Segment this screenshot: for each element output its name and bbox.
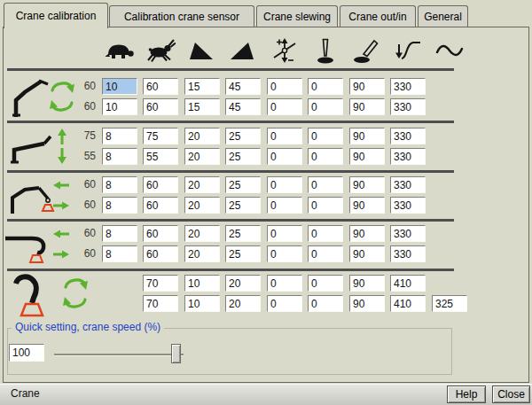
- param-input-g5-r2-c6[interactable]: [308, 295, 343, 312]
- param-input-g2-r2-c3[interactable]: [184, 148, 220, 165]
- param-input-g1-r2-c8[interactable]: [390, 98, 426, 115]
- ramp-left-icon: [187, 37, 217, 64]
- param-input-g2-r1-c3[interactable]: [184, 128, 220, 144]
- param-input-g1-r1-c6[interactable]: [308, 78, 343, 95]
- param-input-g4-r2-c1[interactable]: [102, 245, 137, 262]
- param-input-g5-r1-c5[interactable]: [267, 275, 302, 292]
- param-input-g2-r2-c1[interactable]: [102, 148, 137, 165]
- fixed-value: 60: [71, 98, 96, 115]
- param-input-g3-r2-c8[interactable]: [390, 197, 426, 214]
- param-input-g4-r1-c4[interactable]: [225, 225, 261, 242]
- param-input-g1-r2-c1[interactable]: [102, 98, 137, 115]
- crane-speed-slider-track[interactable]: [54, 354, 184, 356]
- fixed-value: 60: [71, 245, 96, 262]
- param-input-g1-r1-c8[interactable]: [390, 78, 426, 95]
- close-button[interactable]: Close: [492, 386, 530, 403]
- param-input-g3-r2-c1[interactable]: [102, 197, 137, 214]
- param-input-g5-r2-c9[interactable]: [432, 295, 467, 312]
- param-input-g5-r1-c4[interactable]: [225, 275, 261, 292]
- param-input-g4-r1-c7[interactable]: [349, 225, 385, 242]
- param-input-g3-r2-c7[interactable]: [349, 197, 385, 214]
- param-input-g5-r2-c4[interactable]: [225, 295, 261, 312]
- param-input-g3-r1-c3[interactable]: [184, 176, 220, 193]
- param-input-g1-r2-c3[interactable]: [184, 98, 220, 115]
- param-input-g4-r1-c5[interactable]: [267, 225, 302, 242]
- param-input-g5-r2-c2[interactable]: [143, 295, 178, 312]
- param-input-g4-r2-c6[interactable]: [308, 245, 343, 262]
- param-input-g4-r2-c2[interactable]: [143, 245, 178, 262]
- tab-crane-slewing[interactable]: Crane slewing: [256, 5, 338, 27]
- param-input-g1-r2-c5[interactable]: [267, 98, 302, 115]
- param-input-g4-r2-c4[interactable]: [225, 245, 261, 262]
- param-input-g5-r2-c7[interactable]: [349, 295, 385, 312]
- param-input-g4-r1-c1[interactable]: [102, 225, 137, 242]
- param-input-g2-r1-c7[interactable]: [349, 128, 385, 144]
- param-input-g2-r2-c8[interactable]: [390, 148, 426, 165]
- param-input-g2-r1-c4[interactable]: [225, 128, 261, 144]
- fixed-value: 75: [71, 128, 96, 144]
- param-input-g4-r1-c6[interactable]: [308, 225, 343, 242]
- param-input-g4-r2-c7[interactable]: [349, 245, 385, 262]
- crane-speed-slider-thumb[interactable]: [171, 344, 181, 363]
- param-input-g3-r1-c8[interactable]: [390, 176, 426, 193]
- param-input-g3-r2-c5[interactable]: [267, 197, 302, 214]
- param-input-g5-r1-c6[interactable]: [308, 275, 343, 292]
- param-input-g2-r2-c5[interactable]: [267, 148, 302, 165]
- param-input-g2-r1-c5[interactable]: [267, 128, 302, 144]
- param-input-g2-r2-c7[interactable]: [349, 148, 385, 165]
- help-button[interactable]: Help: [447, 386, 486, 403]
- param-input-g3-r2-c3[interactable]: [184, 197, 220, 214]
- param-input-g4-r2-c5[interactable]: [267, 245, 302, 262]
- arrow-left-icon: [51, 229, 71, 239]
- param-input-g4-r2-c8[interactable]: [390, 245, 426, 262]
- param-input-g3-r2-c4[interactable]: [225, 197, 261, 214]
- param-input-g5-r1-c7[interactable]: [349, 275, 385, 292]
- crane-speed-input[interactable]: [9, 344, 44, 362]
- param-input-g1-r1-c7[interactable]: [349, 78, 385, 95]
- param-input-g1-r1-c4[interactable]: [225, 78, 261, 95]
- param-input-g5-r2-c8[interactable]: [390, 295, 426, 312]
- separator: [7, 219, 454, 222]
- tab-crane-out-in[interactable]: Crane out/in: [340, 5, 416, 27]
- tab-crane-calibration[interactable]: Crane calibration: [4, 3, 108, 28]
- param-input-g3-r2-c2[interactable]: [143, 197, 178, 214]
- param-input-g5-r1-c8[interactable]: [390, 275, 426, 292]
- param-input-g3-r1-c4[interactable]: [225, 176, 261, 193]
- param-input-g2-r2-c4[interactable]: [225, 148, 261, 165]
- tab-calibration-crane-sensor[interactable]: Calibration crane sensor: [109, 5, 254, 27]
- quick-setting-groupbox: [7, 328, 452, 375]
- param-input-g5-r1-c2[interactable]: [143, 275, 178, 292]
- param-input-g2-r1-c1[interactable]: [102, 128, 137, 144]
- param-input-g4-r1-c2[interactable]: [143, 225, 178, 242]
- param-input-g1-r1-c5[interactable]: [267, 78, 302, 95]
- arrow-up-icon: [55, 128, 69, 145]
- param-input-g2-r1-c6[interactable]: [308, 128, 343, 144]
- separator: [7, 68, 454, 71]
- param-input-g5-r1-c3[interactable]: [184, 275, 220, 292]
- param-input-g2-r1-c2[interactable]: [143, 128, 178, 144]
- param-input-g5-r2-c5[interactable]: [267, 295, 302, 312]
- rotate-arrows-icon: [62, 275, 89, 312]
- param-input-g1-r1-c3[interactable]: [184, 78, 220, 95]
- param-input-g5-r2-c3[interactable]: [184, 295, 220, 312]
- param-input-g1-r2-c4[interactable]: [225, 98, 261, 115]
- param-input-g1-r2-c7[interactable]: [349, 98, 385, 115]
- param-input-g3-r1-c2[interactable]: [143, 176, 178, 193]
- tab-general[interactable]: General: [418, 5, 468, 27]
- param-input-g3-r1-c7[interactable]: [349, 176, 385, 193]
- param-input-g1-r2-c2[interactable]: [143, 98, 178, 115]
- param-input-g2-r1-c8[interactable]: [390, 128, 426, 144]
- param-input-g4-r1-c8[interactable]: [390, 225, 426, 242]
- param-input-g3-r2-c6[interactable]: [308, 197, 343, 214]
- separator: [7, 121, 454, 123]
- param-input-g1-r2-c6[interactable]: [308, 98, 343, 115]
- param-input-g4-r1-c3[interactable]: [184, 225, 220, 242]
- param-input-g3-r1-c6[interactable]: [308, 176, 343, 193]
- param-input-g1-r1-c2[interactable]: [143, 78, 178, 95]
- param-input-g2-r2-c6[interactable]: [308, 148, 343, 165]
- param-input-g2-r2-c2[interactable]: [143, 148, 178, 165]
- param-input-g4-r2-c3[interactable]: [184, 245, 220, 262]
- param-input-g3-r1-c1[interactable]: [102, 176, 137, 193]
- param-input-g3-r1-c5[interactable]: [267, 176, 302, 193]
- param-input-g1-r1-c1[interactable]: [102, 78, 137, 95]
